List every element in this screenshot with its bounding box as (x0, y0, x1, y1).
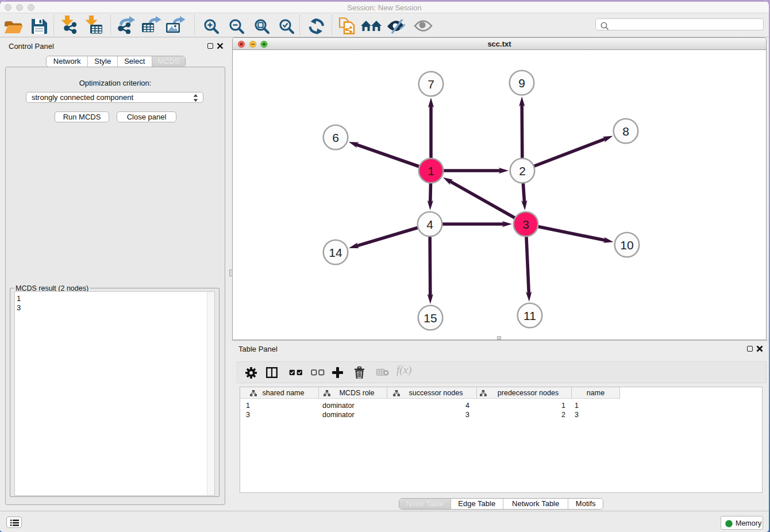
svg-text:1: 1 (428, 164, 434, 178)
svg-text:3: 3 (522, 218, 529, 231)
svg-text:9: 9 (518, 76, 525, 90)
svg-text:15: 15 (424, 311, 437, 325)
svg-text:10: 10 (620, 238, 633, 252)
svg-text:2: 2 (519, 164, 526, 178)
svg-text:11: 11 (523, 309, 536, 322)
svg-text:14: 14 (329, 246, 342, 259)
svg-text:7: 7 (428, 78, 434, 91)
svg-text:4: 4 (426, 218, 433, 231)
svg-text:8: 8 (622, 125, 629, 138)
svg-text:6: 6 (332, 131, 339, 144)
